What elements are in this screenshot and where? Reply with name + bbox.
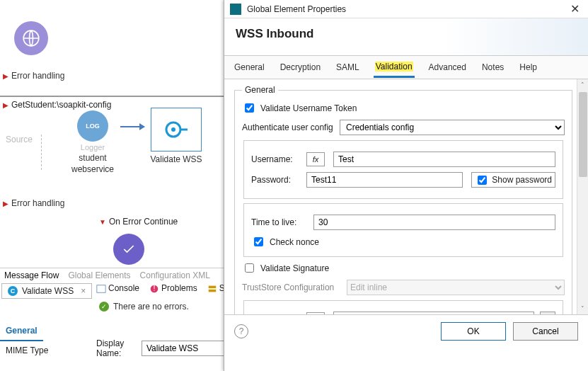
help-icon[interactable]: ? (234, 324, 248, 338)
error-handling-section[interactable]: ▶Error handling (3, 198, 64, 208)
global-element-properties-dialog: Global Element Properties ✕ WSS Inbound … (224, 0, 588, 371)
flow-area: Source LOG Logger student webservice Val… (0, 110, 234, 188)
validate-signature-checkbox[interactable] (245, 263, 254, 273)
svg-point-2 (171, 127, 175, 132)
logger-icon: LOG (77, 110, 108, 142)
truststore-inner-group: Path: fx … (243, 300, 563, 314)
vertical-scrollbar[interactable]: ˄ ˅ (577, 79, 588, 314)
username-label: Username: (251, 154, 301, 164)
tab-advanced[interactable]: Advanced (427, 58, 468, 76)
close-icon[interactable]: × (81, 286, 86, 296)
display-name-label: Display Name: (96, 338, 134, 358)
tab-problems[interactable]: !Problems (149, 283, 197, 294)
truststore-select: Edit inline (347, 280, 565, 295)
path-input[interactable] (333, 312, 534, 314)
truststore-label: TrustStore Configuration (242, 282, 341, 292)
logger-node[interactable]: LOG Logger student webservice (61, 110, 125, 174)
general-legend: General (242, 85, 278, 95)
tab-help[interactable]: Help (518, 58, 538, 76)
validate-signature-label: Validate Signature (260, 263, 329, 273)
tab-saml[interactable]: SAML (335, 58, 361, 76)
fx-toggle[interactable]: fx (306, 152, 325, 166)
fx-toggle[interactable]: fx (306, 312, 325, 314)
scroll-up-icon[interactable]: ˄ (577, 79, 588, 91)
properties-panel: C Validate WSS × Console !Problems Se ✓ … (0, 283, 234, 299)
collapse-icon: ▼ (99, 218, 106, 226)
on-error-node-icon[interactable] (113, 234, 144, 265)
collapse-icon: ▶ (3, 200, 8, 207)
check-nonce-label: Check nonce (270, 237, 319, 247)
dialog-heading: WSS Inbound (236, 27, 577, 41)
time-to-live-input[interactable] (313, 215, 555, 230)
display-name-row: Display Name: (96, 338, 234, 358)
validate-username-token-label: Validate Username Token (260, 103, 357, 113)
scroll-thumb[interactable] (579, 92, 587, 177)
ttl-group: Time to live: Check nonce (243, 203, 563, 257)
no-errors-status: ✓ There are no errors. (99, 302, 189, 312)
flow-arrow (120, 126, 144, 127)
file-tab-label: Validate WSS (22, 286, 74, 296)
general-group: General Validate Username Token Authenti… (234, 85, 572, 314)
validate-wss-box (151, 108, 202, 152)
node-type-label: Logger (61, 143, 125, 152)
close-icon[interactable]: ✕ (567, 2, 582, 16)
views-tab-bar: Console !Problems Se (96, 283, 229, 294)
show-password-label: Show password (492, 175, 552, 185)
editor-tab-bar: Message Flow Global Elements Configurati… (0, 268, 226, 283)
show-password-toggle[interactable]: Show password (471, 172, 555, 188)
username-input[interactable] (333, 152, 555, 167)
dialog-footer: ? OK Cancel (224, 314, 588, 347)
app-icon (230, 4, 241, 15)
on-error-continue-header[interactable]: ▼On Error Continue (99, 217, 178, 227)
validate-wss-icon (163, 117, 189, 142)
path-browse-button[interactable]: … (540, 312, 555, 314)
validate-username-token-checkbox[interactable] (245, 103, 254, 113)
error-handling-section[interactable]: ▶Error handling (3, 71, 64, 81)
show-password-checkbox[interactable] (478, 176, 487, 185)
properties-side-tabs: General MIME Type (0, 321, 92, 360)
side-tab-mime-type[interactable]: MIME Type (0, 341, 92, 360)
cancel-button[interactable]: Cancel (513, 322, 578, 341)
component-icon: C (8, 286, 18, 296)
password-label: Password: (251, 175, 301, 185)
tab-message-flow[interactable]: Message Flow (4, 270, 59, 280)
tab-general[interactable]: General (233, 58, 266, 76)
ok-button[interactable]: OK (441, 322, 506, 341)
check-icon: ✓ (99, 302, 109, 312)
dialog-tabs: General Decryption SAML Validation Advan… (224, 55, 588, 79)
dialog-titlebar: Global Element Properties ✕ (224, 0, 588, 18)
svg-rect-3 (97, 285, 105, 293)
svg-text:!: ! (154, 284, 156, 292)
file-tab-validate-wss[interactable]: C Validate WSS × (1, 283, 92, 299)
check-nonce-checkbox[interactable] (254, 237, 263, 246)
node-name-line1: student (61, 153, 125, 163)
tab-notes[interactable]: Notes (480, 58, 505, 76)
dialog-header: WSS Inbound (224, 18, 588, 55)
authenticate-user-config-select[interactable]: Credentials config (340, 120, 565, 135)
authenticate-user-config-label: Authenticate user config (242, 122, 334, 132)
design-canvas: ▶Error handling ▶GetStudent:\soapkit-con… (0, 0, 234, 371)
side-tab-general[interactable]: General (0, 321, 43, 341)
display-name-input[interactable] (142, 341, 234, 356)
scroll-down-icon[interactable]: ˅ (577, 303, 588, 314)
globe-icon (14, 21, 48, 55)
tab-console[interactable]: Console (96, 283, 139, 294)
credentials-group: Username: fx Password: Show password (243, 140, 563, 199)
svg-rect-7 (208, 290, 216, 292)
node-name: Validate WSS (144, 154, 208, 164)
source-lane-label: Source (6, 135, 42, 170)
tab-decryption[interactable]: Decryption (279, 58, 322, 76)
time-to-live-label: Time to live: (251, 217, 308, 227)
dialog-title: Global Element Properties (247, 4, 567, 14)
password-input[interactable] (306, 172, 463, 188)
collapse-icon: ▶ (3, 101, 8, 109)
svg-rect-6 (208, 285, 216, 288)
tab-validation[interactable]: Validation (374, 57, 415, 78)
collapse-icon: ▶ (3, 72, 8, 80)
validate-wss-node[interactable]: Validate WSS (144, 108, 208, 164)
dialog-body: ˄ ˅ General Validate Username Token Auth… (224, 79, 588, 314)
tab-configuration-xml[interactable]: Configuration XML (140, 270, 210, 280)
node-name-line2: webservice (61, 164, 125, 174)
tab-global-elements[interactable]: Global Elements (68, 270, 130, 280)
